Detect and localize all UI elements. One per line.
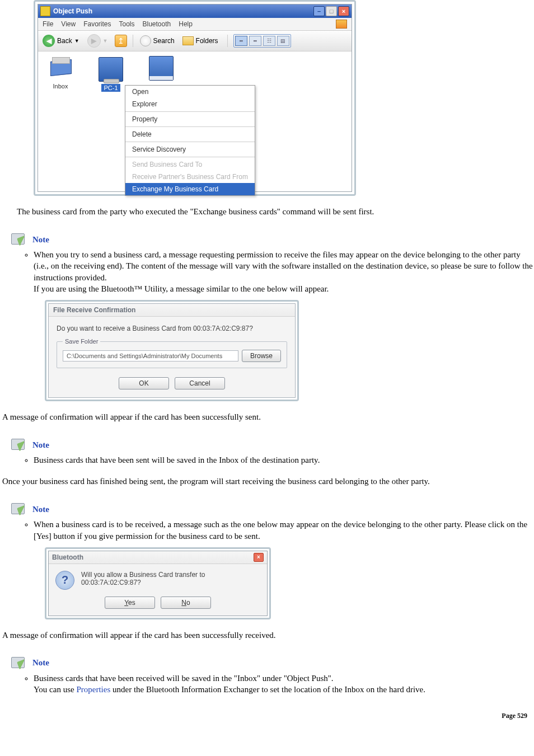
ctx-property[interactable]: Property	[125, 113, 255, 125]
note-icon	[11, 503, 27, 515]
view-icons-button[interactable]: ▪▪	[235, 36, 247, 46]
note-label: Note	[32, 658, 49, 668]
context-menu: Open Explorer Property Delete Service Di…	[125, 85, 255, 196]
back-icon: ◀	[43, 35, 55, 47]
back-button[interactable]: ◀ Back ▼	[41, 34, 83, 48]
search-button[interactable]: Search	[139, 34, 178, 48]
note-icon	[11, 233, 27, 246]
menu-bluetooth[interactable]: Bluetooth	[143, 20, 171, 28]
yes-label: es	[128, 599, 135, 607]
path-input[interactable]: C:\Documents and Settings\Administrator\…	[63, 350, 238, 361]
note-item: When you try to send a business card, a …	[34, 249, 534, 294]
separator	[227, 35, 228, 47]
menu-separator	[125, 126, 255, 127]
ctx-send-card[interactable]: Send Business Card To	[125, 158, 255, 171]
dropdown-icon: ▼	[103, 38, 108, 44]
properties-link[interactable]: Properties	[76, 685, 110, 694]
note-icon	[11, 439, 27, 451]
ctx-explorer[interactable]: Explorer	[125, 98, 255, 110]
pc1-item[interactable]: PC-1	[94, 57, 128, 92]
maximize-button[interactable]: □	[326, 6, 337, 16]
window-title: Object Push	[53, 7, 92, 15]
dialog-title: File Receive Confirmation	[49, 304, 295, 317]
dialog-title-row: Bluetooth ×	[49, 551, 267, 564]
no-button[interactable]: No	[161, 597, 211, 609]
up-button[interactable]: ↥	[115, 35, 127, 47]
paragraph: A message of confirmation will appear if…	[0, 631, 534, 640]
pc2-item[interactable]	[144, 56, 178, 83]
folders-icon	[182, 36, 194, 45]
ok-button[interactable]: OK	[119, 377, 169, 389]
view-buttons: ▪▪ ▪▪ ☷ ▤	[233, 34, 291, 48]
note-text: When you try to send a business card, a …	[34, 250, 533, 282]
note-heading: Note	[11, 657, 534, 669]
menu-separator	[125, 142, 255, 142]
cancel-button[interactable]: Cancel	[175, 377, 225, 389]
note-label: Note	[32, 235, 49, 245]
note-item: Business cards that have been received w…	[34, 673, 534, 696]
pc1-label: PC-1	[101, 84, 120, 92]
paragraph: The business card from the party who exe…	[17, 207, 517, 217]
app-icon	[40, 6, 50, 16]
inbox-label: Inbox	[44, 83, 77, 90]
note-heading: Note	[11, 439, 534, 451]
browse-button[interactable]: Browse	[242, 350, 281, 362]
menu-file[interactable]: File	[43, 20, 53, 28]
toolbar: ◀ Back ▼ ▶ ▼ ↥ Search Folders ▪▪ ▪▪	[38, 31, 352, 51]
throbber-icon	[336, 20, 347, 29]
note-text: You can use	[34, 685, 76, 694]
paragraph: A message of confirmation will appear if…	[0, 412, 534, 422]
forward-icon: ▶	[87, 34, 101, 48]
menu-help[interactable]: Help	[179, 20, 193, 28]
note-subtext: If you are using the Bluetooth™ Utility,…	[34, 284, 329, 293]
back-label: Back	[57, 37, 72, 45]
search-icon	[140, 35, 151, 46]
search-label: Search	[153, 37, 175, 45]
note-heading: Note	[11, 233, 534, 246]
page-number: Page 529	[0, 712, 527, 720]
question-icon: ?	[55, 571, 74, 590]
pc-icon	[99, 57, 123, 82]
no-label: o	[186, 599, 190, 607]
menu-separator	[125, 111, 255, 112]
dialog-question: Will you allow a Business Card transfer …	[81, 571, 260, 586]
folders-button[interactable]: Folders	[181, 35, 222, 46]
minimize-button[interactable]: –	[313, 6, 325, 16]
menu-separator	[125, 157, 255, 157]
note-label: Note	[32, 505, 49, 514]
view-list-button[interactable]: ▪▪	[249, 36, 261, 46]
bluetooth-dialog: Bluetooth × ? Will you allow a Business …	[48, 551, 268, 616]
ctx-exchange-card[interactable]: Exchange My Business Card	[125, 183, 255, 195]
paragraph: Once your business card has finished bei…	[0, 477, 534, 486]
note-text: Business cards that have been received w…	[34, 674, 334, 683]
view-details-button[interactable]: ☷	[263, 36, 275, 46]
note-item: When a business card is to be received, …	[34, 519, 534, 542]
dropdown-icon: ▼	[74, 38, 79, 44]
save-folder-fieldset: Save Folder C:\Documents and Settings\Ad…	[57, 341, 287, 368]
file-receive-dialog: File Receive Confirmation Do you want to…	[48, 303, 296, 398]
ctx-receive-card[interactable]: Receive Partner's Business Card From	[125, 171, 255, 183]
note-heading: Note	[11, 503, 534, 515]
separator	[133, 35, 133, 47]
menu-favorites[interactable]: Favorites	[83, 20, 111, 28]
menu-tools[interactable]: Tools	[119, 20, 135, 28]
close-button[interactable]: ×	[338, 6, 349, 16]
note-item: Business cards that have been sent will …	[34, 454, 534, 466]
note-label: Note	[32, 440, 49, 450]
pc-icon	[149, 56, 174, 81]
content-area: Inbox PC-1 Open Explorer Property Delete…	[38, 51, 352, 191]
ctx-service-discovery[interactable]: Service Discovery	[125, 143, 255, 156]
yes-button[interactable]: Yes	[105, 597, 155, 609]
forward-button[interactable]: ▶ ▼	[86, 33, 111, 49]
ctx-delete[interactable]: Delete	[125, 128, 255, 140]
bluetooth-dialog-screenshot: Bluetooth × ? Will you allow a Business …	[45, 547, 271, 619]
fieldset-legend: Save Folder	[63, 338, 100, 345]
close-button[interactable]: ×	[254, 553, 264, 562]
folders-label: Folders	[196, 37, 218, 45]
menu-view[interactable]: View	[61, 20, 76, 28]
menubar: File View Favorites Tools Bluetooth Help	[38, 18, 352, 31]
inbox-item[interactable]: Inbox	[44, 57, 77, 90]
object-push-window: Object Push – □ × File View Favorites To…	[38, 4, 352, 192]
ctx-open[interactable]: Open	[125, 86, 255, 98]
view-thumbs-button[interactable]: ▤	[277, 36, 289, 46]
